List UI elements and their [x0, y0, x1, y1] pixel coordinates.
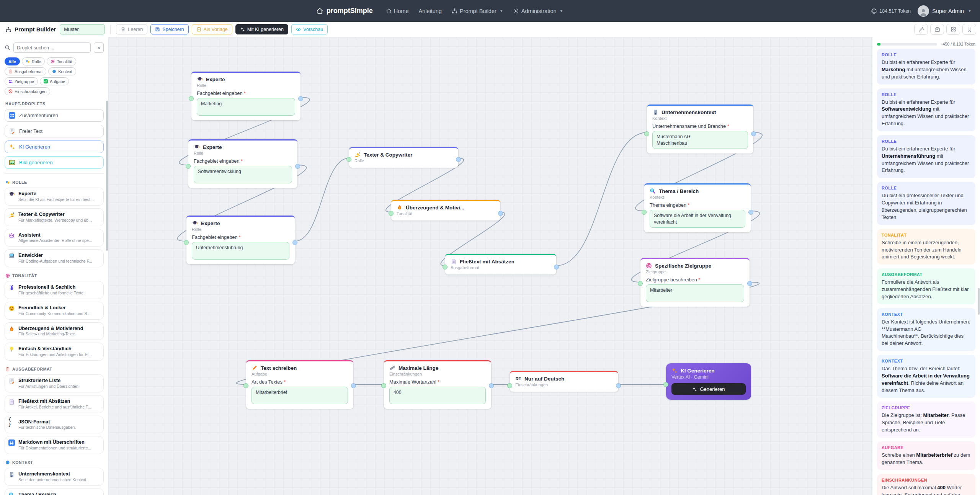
droplet-überzeugend-motivierend[interactable]: Überzeugend & MotivierendFür Sales- und …	[5, 322, 104, 340]
output-handle[interactable]	[295, 164, 300, 169]
node-aufgabe[interactable]: Text schreibenAufgabeArt des Textes *Mit…	[246, 360, 353, 409]
node-field-input[interactable]: Marketing	[197, 98, 295, 116]
node-field-input[interactable]: Unternehmensführung	[192, 242, 289, 260]
input-handle[interactable]	[644, 131, 649, 136]
input-handle[interactable]	[638, 281, 643, 286]
droplet-strukturierte-liste[interactable]: Strukturierte ListeFür Auflistungen und …	[5, 374, 104, 392]
node-category: Rolle	[192, 227, 289, 232]
user-menu[interactable]: Super Admin ▼	[918, 5, 972, 17]
input-handle[interactable]	[189, 96, 194, 101]
nav-item-administration[interactable]: Administration▼	[513, 8, 564, 14]
nav-item-home[interactable]: Home	[386, 8, 409, 14]
input-handle[interactable]	[346, 157, 351, 162]
droplet-entwickler[interactable]: EntwicklerFür Coding-Aufgaben und techni…	[5, 249, 104, 267]
search-clear-button[interactable]: ×	[94, 42, 104, 53]
node-field-input[interactable]: Software die Arbeit in der Verwaltung ve…	[650, 210, 745, 228]
node-fliesstext[interactable]: Fließtext mit AbsätzenAusgabeformat	[445, 254, 556, 274]
droplet-thema-bereich[interactable]: Thema / BereichDefiniert das inhaltliche…	[5, 488, 104, 495]
grid-button[interactable]	[946, 24, 960, 35]
input-handle[interactable]	[642, 210, 647, 215]
node-thema[interactable]: Thema / BereichKontextThema eingeben *So…	[644, 183, 751, 232]
nav-item-label: Prompt Builder	[460, 8, 497, 14]
output-handle[interactable]	[748, 210, 753, 215]
droplet-desc: Für Auflistungen und Übersichten.	[18, 384, 80, 389]
filter-chip-zielgruppe[interactable]: Zielgruppe	[5, 77, 38, 85]
node-field-input[interactable]: Mitarbeiter	[646, 284, 744, 302]
droplet-json-format[interactable]: { }JSON-FormatFür technische Datenausgab…	[5, 416, 104, 434]
input-handle[interactable]	[443, 265, 448, 270]
main-droplet-freier-text[interactable]: Freier Text	[5, 125, 104, 137]
output-handle[interactable]	[554, 265, 559, 270]
nav-item-prompt-builder[interactable]: Prompt Builder▼	[452, 8, 503, 14]
node-deutsch[interactable]: DENur auf DeutschEinschränkungen	[510, 371, 618, 392]
output-handle[interactable]	[616, 383, 621, 388]
droplet-professionell-sachlich[interactable]: Professionell & SachlichFür geschäftlich…	[5, 281, 104, 299]
droplet-fließtext-mit-absätzen[interactable]: Fließtext mit AbsätzenFür Artikel, Beric…	[5, 395, 104, 413]
input-handle[interactable]	[663, 382, 668, 387]
flow-canvas[interactable]: ExperteRolleFachgebiet eingeben *Marketi…	[109, 37, 872, 495]
node-unternehmenskontext[interactable]: UnternehmenskontextKontextUnternehmensna…	[647, 105, 753, 154]
speichern-button[interactable]: Speichern	[150, 24, 188, 34]
sidebar-scrollbar[interactable]	[106, 101, 108, 251]
input-handle[interactable]	[381, 383, 386, 388]
mit-ki-generieren-button[interactable]: Mit KI generieren	[235, 24, 288, 34]
node-tonalitaet[interactable]: Überzeugend & Motivi...Tonalität	[391, 200, 500, 221]
output-handle[interactable]	[751, 131, 756, 136]
filter-chip-ausgabeformat[interactable]: Ausgabeformat	[5, 67, 46, 75]
filter-chip-aufgabe[interactable]: Aufgabe	[40, 77, 69, 85]
node-texter[interactable]: Texter & CopywriterRolle	[349, 147, 458, 168]
generate-button[interactable]: Generieren	[671, 383, 746, 395]
input-handle[interactable]	[243, 383, 248, 388]
ruler-icon	[389, 365, 395, 371]
node-laenge[interactable]: Maximale LängeEinschränkungenMaximale Wo…	[384, 360, 491, 409]
droplet-text: UnternehmenskontextSetzt den unternehmer…	[18, 471, 87, 483]
bookmark-button[interactable]	[962, 24, 976, 35]
output-handle[interactable]	[351, 383, 356, 388]
droplet-einfach-verständlich[interactable]: Einfach & VerständlichFür Erklärungen un…	[5, 343, 104, 361]
node-field-input[interactable]: Softwareentwicklung	[194, 166, 292, 183]
search-input[interactable]	[13, 42, 91, 53]
main-droplet-ki-generieren[interactable]: KI Generieren	[5, 140, 104, 153]
filter-chip-alle[interactable]: Alle	[5, 57, 20, 65]
filter-chip-tonalität[interactable]: Tonalität	[47, 57, 76, 65]
droplet-label: Zusammenführen	[19, 113, 58, 118]
droplet-row: Einfach & VerständlichFür Erklärungen un…	[8, 346, 100, 358]
node-zielgruppe[interactable]: Spezifische ZielgruppeZielgruppeZielgrup…	[640, 258, 750, 307]
droplet-markdown-mit-überschriften[interactable]: Markdown mit ÜberschriftenFür Dokumentat…	[5, 436, 104, 454]
output-handle[interactable]	[292, 240, 297, 245]
output-handle[interactable]	[489, 383, 494, 388]
input-handle[interactable]	[186, 164, 191, 169]
main-droplet-zusammenführen[interactable]: Zusammenführen	[5, 109, 104, 122]
output-handle[interactable]	[498, 211, 503, 216]
leeren-button[interactable]: Leeren	[116, 24, 147, 34]
droplet-experte[interactable]: ExperteSetzt die KI als Fachexperte für …	[5, 188, 104, 206]
archive-button[interactable]	[930, 24, 944, 35]
main-droplet-bild-generieren[interactable]: Bild generieren	[5, 156, 104, 169]
input-handle[interactable]	[507, 383, 512, 388]
node-ki[interactable]: KI GenerierenVertex AI · GeminiGeneriere…	[666, 363, 751, 400]
output-handle[interactable]	[456, 157, 461, 162]
prompt-name-input[interactable]	[60, 24, 105, 34]
droplet-freundlich-locker[interactable]: Freundlich & LockerFür Community-Kommuni…	[5, 302, 104, 320]
node-experte2[interactable]: ExperteRolleFachgebiet eingeben *Softwar…	[188, 139, 297, 188]
filter-chip-einschränkungen[interactable]: Einschränkungen	[5, 87, 50, 95]
als-vorlage-button[interactable]: Als Vorlage	[192, 24, 232, 34]
node-experte3[interactable]: ExperteRolleFachgebiet eingeben *Unterne…	[186, 216, 295, 264]
droplet-unternehmenskontext[interactable]: UnternehmenskontextSetzt den unternehmer…	[5, 468, 104, 486]
node-field-input[interactable]: 400	[389, 387, 486, 404]
vorschau-button[interactable]: Vorschau	[291, 24, 328, 34]
wand-button[interactable]	[914, 24, 928, 35]
filter-chip-rolle[interactable]: Rolle	[22, 57, 45, 65]
input-handle[interactable]	[389, 211, 394, 216]
output-handle[interactable]	[747, 281, 752, 286]
nav-item-anleitung[interactable]: Anleitung	[418, 8, 441, 14]
node-field-input[interactable]: Mitarbeiterbrief	[252, 387, 348, 404]
droplet-texter-copywriter[interactable]: Texter & CopywriterFür Marketingtexte, W…	[5, 208, 104, 226]
node-experte1[interactable]: ExperteRolleFachgebiet eingeben *Marketi…	[191, 72, 301, 120]
filter-chip-kontext[interactable]: Kontext	[48, 67, 76, 75]
output-handle[interactable]	[298, 96, 303, 101]
node-field-input[interactable]: Mustermann AG Maschinenbau	[652, 131, 748, 149]
panel-scrollbar[interactable]	[978, 288, 980, 315]
droplet-assistent[interactable]: AssistentAllgemeine Assistenten-Rolle oh…	[5, 229, 104, 247]
input-handle[interactable]	[184, 240, 189, 245]
